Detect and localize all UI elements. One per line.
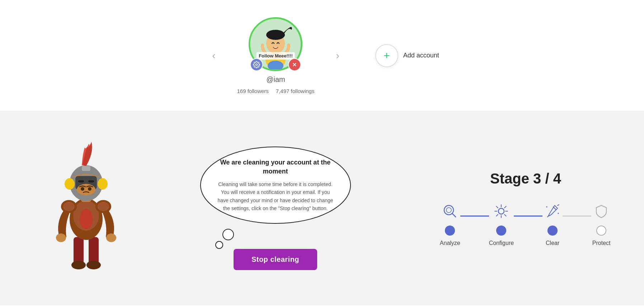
svg-point-15 [80, 209, 93, 229]
step-protect: Protect [591, 201, 611, 246]
stage-area: Stage 3 / 4 Analyze [436, 171, 615, 246]
protect-icon-wrapper [591, 201, 611, 221]
step-configure: Configure [489, 201, 514, 246]
analyze-label: Analyze [440, 240, 460, 246]
character-area [29, 140, 144, 277]
svg-point-5 [266, 30, 285, 40]
connector-3 [563, 215, 591, 217]
bottom-section: We are cleaning your account at the mome… [0, 111, 644, 305]
stop-clearing-button[interactable]: Stop clearing [234, 249, 317, 270]
protect-dot [596, 226, 606, 236]
character-illustration [39, 140, 133, 277]
step-clear: Clear [542, 201, 563, 246]
connector-2 [514, 215, 542, 217]
username: @iam [266, 75, 285, 84]
svg-point-36 [498, 208, 504, 214]
add-account-label: Add account [403, 52, 439, 59]
configure-label: Configure [489, 240, 514, 246]
configure-icon-wrapper [491, 201, 511, 221]
bubble-body: Cleaning will take some time before it i… [215, 180, 336, 213]
svg-point-21 [106, 233, 116, 242]
step-analyze: Analyze [440, 201, 460, 246]
svg-point-29 [88, 187, 91, 191]
clear-label: Clear [546, 240, 559, 246]
bubble-title: We are cleaning your account at the mome… [215, 158, 336, 176]
clear-dot [547, 226, 558, 236]
warrior-character [39, 140, 133, 277]
svg-point-11 [71, 261, 86, 269]
followings-count: 7,497 followings [276, 88, 315, 94]
svg-point-35 [446, 208, 451, 213]
svg-rect-30 [82, 166, 90, 171]
analyze-icon-wrapper [440, 201, 460, 221]
steps-container: Analyze Configure [436, 201, 615, 246]
svg-rect-26 [88, 180, 94, 182]
svg-point-28 [81, 187, 84, 191]
svg-point-20 [56, 233, 66, 242]
clear-icon [545, 203, 560, 219]
analyze-icon [442, 203, 458, 219]
settings-badge[interactable] [250, 58, 263, 71]
svg-point-32 [98, 178, 108, 190]
gear-icon [253, 61, 260, 68]
svg-point-27 [77, 184, 95, 195]
followers-count: 169 followers [237, 88, 268, 94]
svg-point-19 [98, 202, 109, 211]
analyze-dot [445, 226, 455, 236]
configure-icon [493, 203, 509, 219]
avatar-label: Follow Meee!!!! [257, 52, 295, 60]
stage-title: Stage 3 / 4 [490, 171, 561, 187]
speech-bubble: We are cleaning your account at the mome… [200, 147, 351, 224]
next-arrow[interactable]: › [329, 46, 346, 65]
svg-line-34 [452, 213, 456, 217]
add-icon-circle: + [375, 44, 398, 67]
close-icon [292, 62, 297, 68]
speech-bubble-area: We are cleaning your account at the mome… [144, 147, 407, 270]
profile-container: Follow Meee!!!! @iam 169 followers 7,497… [237, 17, 314, 94]
plus-icon: + [384, 50, 390, 61]
top-section: ‹ [0, 0, 644, 111]
svg-point-17 [63, 202, 75, 211]
svg-rect-25 [78, 180, 84, 182]
connector-1 [460, 215, 489, 217]
protect-label: Protect [592, 240, 611, 246]
prev-arrow[interactable]: ‹ [205, 46, 222, 65]
svg-point-31 [65, 178, 75, 190]
protect-icon [593, 203, 609, 219]
svg-point-12 [86, 261, 101, 269]
remove-account-badge[interactable] [288, 58, 301, 71]
avatar-wrapper: Follow Meee!!!! [249, 17, 302, 71]
configure-dot [496, 226, 506, 236]
svg-point-6 [256, 64, 258, 65]
add-account-button[interactable]: + Add account [375, 44, 439, 67]
stats: 169 followers 7,497 followings [237, 88, 314, 94]
clear-icon-wrapper [542, 201, 563, 221]
